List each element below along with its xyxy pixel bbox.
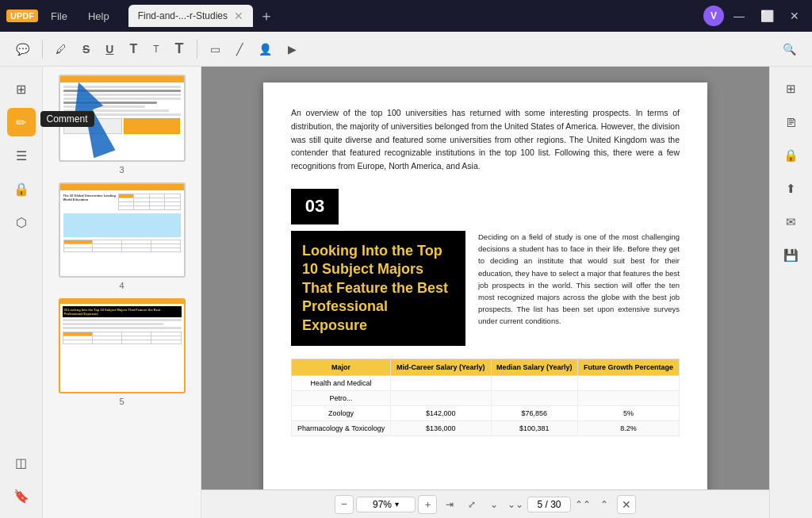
table-cell	[578, 390, 680, 405]
table-cell	[491, 375, 578, 390]
table-header-median: Median Salary (Yearly)	[491, 359, 578, 375]
sidebar-share-button[interactable]: ⬡	[7, 208, 36, 236]
sidebar-thumbnails-button[interactable]: ⊞	[7, 75, 36, 103]
page-display[interactable]: 5 / 30	[527, 497, 571, 512]
table-row: Health and Medical	[292, 375, 680, 390]
page-navigation: ⌄ ⌄⌄ 5 / 30 ⌃⌃ ⌃	[485, 495, 614, 514]
prev-page-button[interactable]: ⌄	[485, 495, 504, 514]
help-menu[interactable]: Help	[80, 7, 117, 25]
right-sidebar-share-button[interactable]: ⬆	[777, 175, 806, 203]
table-cell: Petro...	[292, 390, 391, 405]
flag-button[interactable]: ▶	[282, 40, 303, 59]
thumbnail-image-4[interactable]: The 10 Global Universities Leading World…	[59, 182, 186, 278]
thumbnail-image-5[interactable]: 03 Looking Into the Top 10 Subject Major…	[59, 298, 186, 393]
shapes-button[interactable]: ▭	[204, 40, 227, 59]
pdf-page: An overview of the top 100 universities …	[263, 82, 707, 518]
table-cell: Health and Medical	[292, 375, 391, 390]
first-page-button[interactable]: ⌄⌄	[506, 495, 525, 514]
file-menu[interactable]: File	[43, 7, 75, 25]
zoom-display[interactable]: 97% ▾	[356, 497, 416, 512]
comment-tool-button[interactable]: 💬	[10, 40, 36, 59]
zoom-out-button[interactable]: −	[335, 495, 354, 514]
right-sidebar-snap-button[interactable]: ⊞	[777, 75, 806, 103]
table-cell-midcareer: $142,000	[391, 405, 491, 420]
thumb-label-3: 3	[119, 165, 124, 175]
search-button[interactable]: 🔍	[776, 40, 802, 59]
total-pages: 30	[550, 499, 561, 510]
thumb-header-4	[60, 184, 184, 190]
table-cell-growth: 5%	[578, 405, 680, 420]
pdf-viewer[interactable]: An overview of the top 100 universities …	[201, 67, 769, 518]
table-cell-growth: 8.2%	[578, 420, 680, 436]
thumbnail-panel: 3 The 10 Global Universities Leading Wor…	[43, 67, 201, 518]
active-tab[interactable]: Find-and-...-r-Studies ✕	[128, 5, 253, 27]
text-button-2[interactable]: T	[147, 40, 165, 58]
thumb-body-3	[60, 82, 184, 137]
thumb-header-3	[60, 76, 184, 82]
table-cell	[491, 390, 578, 405]
bottom-toolbar: − 97% ▾ ＋ ⇥ ⤢ ⌄ ⌄⌄ 5 / 30 ⌃⌃ ⌃ ✕	[201, 489, 769, 518]
minimize-button[interactable]: —	[727, 6, 751, 25]
next-page-button[interactable]: ⌃	[595, 495, 614, 514]
section-content: Looking Into the Top 10 Subject Majors T…	[291, 231, 680, 346]
sidebar-bookmark-button[interactable]: 🔖	[7, 482, 36, 510]
right-sidebar-save-button[interactable]: 💾	[777, 241, 806, 270]
section-title: Looking Into the Top 10 Subject Majors T…	[291, 231, 465, 346]
sidebar-layers-button[interactable]: ◫	[7, 448, 36, 477]
text-button-1[interactable]: T	[123, 39, 144, 59]
main-area: ⊞ ✏ Comment ☰ 🔒 ⬡ ◫ 🔖	[0, 67, 812, 518]
table-cell-midcareer: $136,000	[391, 420, 491, 436]
highlight-button[interactable]: 🖊	[49, 40, 73, 59]
table-header-major: Major	[292, 359, 391, 375]
close-window-button[interactable]: ✕	[783, 6, 806, 25]
zoom-dropdown-icon[interactable]: ▾	[395, 500, 399, 508]
zoom-value: 97%	[373, 499, 392, 510]
zoom-in-button[interactable]: ＋	[418, 495, 437, 514]
strikethrough-button[interactable]: S	[76, 40, 96, 59]
sidebar-pages-button[interactable]: ☰	[7, 141, 36, 170]
avatar[interactable]: V	[703, 6, 724, 26]
thumbnail-page-5[interactable]: 03 Looking Into the Top 10 Subject Major…	[49, 298, 194, 406]
title-bar: UPDF File Help Find-and-...-r-Studies ✕ …	[0, 0, 812, 32]
zoom-controls: − 97% ▾ ＋	[335, 495, 437, 514]
text-button-3[interactable]: T	[169, 37, 190, 60]
table-header-growth: Future Growth Percentage	[578, 359, 680, 375]
right-sidebar-lock-button[interactable]: 🔒	[777, 141, 806, 170]
table-cell	[391, 390, 491, 405]
app-logo: UPDF	[6, 10, 38, 22]
close-bar-button[interactable]: ✕	[617, 495, 636, 514]
table-row: Zoology $142,000 $76,856 5%	[292, 405, 680, 420]
underline-button[interactable]: U	[99, 40, 120, 59]
table-header-midcareer: Mid-Career Salary (Yearly)	[391, 359, 491, 375]
table-row: Petro...	[292, 390, 680, 405]
right-sidebar: ⊞ 🖹 🔒 ⬆ ✉ 💾	[769, 67, 812, 518]
tab-close-button[interactable]: ✕	[234, 10, 243, 22]
table-cell-major: Pharmacology & Toxicology	[292, 420, 391, 436]
tab-label: Find-and-...-r-Studies	[138, 10, 228, 21]
table-cell	[391, 375, 491, 390]
sidebar-comment-button[interactable]: ✏ Comment	[7, 108, 36, 136]
sidebar-lock-button[interactable]: 🔒	[7, 175, 36, 203]
main-toolbar: 💬 🖊 S U T T T ▭ ╱ 👤 ▶ 🔍	[0, 32, 812, 67]
table-cell-median: $100,381	[491, 420, 578, 436]
fit-page-button[interactable]: ⤢	[462, 495, 481, 514]
thumb-label-4: 4	[119, 281, 124, 290]
table-cell-major: Zoology	[292, 405, 391, 420]
user-icon-button[interactable]: 👤	[252, 40, 278, 59]
thumbnail-page-4[interactable]: The 10 Global Universities Leading World…	[49, 182, 194, 290]
table-row: Pharmacology & Toxicology $136,000 $100,…	[292, 420, 680, 436]
new-tab-button[interactable]: ＋	[253, 3, 280, 29]
draw-button[interactable]: ╱	[230, 40, 249, 59]
right-sidebar-mail-button[interactable]: ✉	[777, 208, 806, 236]
right-sidebar-convert-button[interactable]: 🖹	[777, 108, 806, 136]
fit-to-width-button[interactable]: ⇥	[440, 495, 459, 514]
toolbar-separator-1	[42, 40, 43, 59]
thumb-label-5: 5	[119, 397, 124, 406]
toolbar-separator-2	[197, 40, 197, 59]
current-page: 5	[537, 499, 542, 510]
table-cell	[578, 375, 680, 390]
maximize-button[interactable]: ⬜	[754, 6, 780, 25]
tab-area: Find-and-...-r-Studies ✕ ＋	[128, 3, 699, 29]
left-sidebar: ⊞ ✏ Comment ☰ 🔒 ⬡ ◫ 🔖	[0, 67, 43, 518]
last-page-button[interactable]: ⌃⌃	[573, 495, 592, 514]
